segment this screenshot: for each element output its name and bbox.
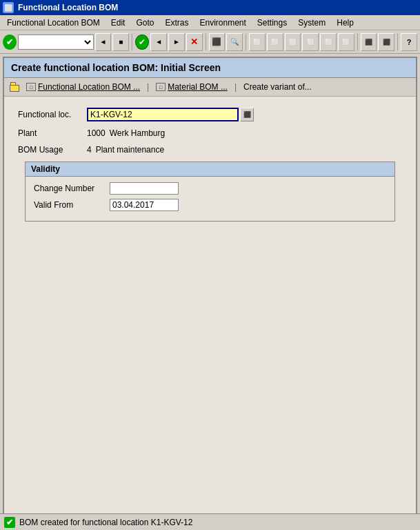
nav-back-button[interactable]: ◄: [95, 33, 112, 51]
toolbar-sep-1: [132, 34, 132, 50]
form-area: Functional loc. ⬛ Plant 1000 Werk Hambur…: [4, 97, 416, 239]
change-number-input[interactable]: [110, 182, 179, 195]
nav-tab-create-variant-label[interactable]: Create variant of...: [243, 82, 312, 92]
menu-environment[interactable]: Environment: [194, 17, 251, 29]
menu-extras[interactable]: Extras: [159, 17, 194, 29]
status-bar: ✔ BOM created for functional location K1…: [0, 513, 420, 530]
plant-row: Plant 1000 Werk Hamburg: [18, 128, 402, 138]
tb-btn-6[interactable]: ⬜: [338, 33, 354, 51]
change-number-label: Change Number: [34, 184, 110, 193]
plant-name: Werk Hamburg: [110, 128, 165, 138]
tb-btn-2[interactable]: ⬜: [267, 33, 283, 51]
tb-btn-7[interactable]: ⬛: [361, 33, 377, 51]
plant-code: 1000: [87, 128, 106, 138]
toolbar: ✔ ◄ ■ ✔ ◄ ► ✕ ⬛ 🔍 ⬜ ⬜ ⬜ ⬜ ⬜ ⬜ ⬛ ⬛ ?: [0, 30, 420, 54]
toolbar-sep-4: [357, 34, 358, 50]
valid-from-row: Valid From: [34, 199, 386, 211]
execute-button[interactable]: ✔: [135, 35, 149, 50]
tb-btn-1[interactable]: ⬜: [249, 33, 266, 51]
menu-bar: Functional Location BOM Edit Goto Extras…: [0, 15, 420, 30]
app-icon: ⬜: [3, 2, 14, 13]
toolbar-sep-2: [206, 34, 206, 50]
functional-loc-row: Functional loc. ⬛: [18, 108, 402, 121]
toolbar-sep-3: [246, 34, 246, 50]
menu-help[interactable]: Help: [331, 17, 359, 29]
find-button[interactable]: 🔍: [226, 33, 243, 51]
menu-system[interactable]: System: [292, 17, 331, 29]
title-bar: ⬜ Functional Location BOM: [0, 0, 420, 15]
validity-section: Validity Change Number Valid From: [25, 161, 395, 222]
tb-btn-5[interactable]: ⬜: [320, 33, 337, 51]
status-check-icon: ✔: [4, 517, 15, 528]
menu-functional-location-bom[interactable]: Functional Location BOM: [1, 17, 106, 29]
functional-loc-input[interactable]: [87, 108, 239, 121]
tb-btn-4[interactable]: ⬜: [302, 33, 319, 51]
cancel-button[interactable]: ✕: [186, 33, 203, 51]
status-message: BOM created for functional location K1-K…: [19, 518, 192, 527]
navigate-prev-button[interactable]: ◄: [150, 33, 167, 51]
bom-usage-label: BOM Usage: [18, 145, 87, 155]
functional-loc-field-btn[interactable]: ⬛: [240, 108, 254, 121]
menu-goto[interactable]: Goto: [130, 17, 159, 29]
bom-usage-row: BOM Usage 4 Plant maintenance: [18, 145, 402, 155]
print-button[interactable]: ⬛: [209, 33, 226, 51]
nav-tabs: □ Functional Location BOM ... | □ Materi…: [4, 78, 416, 97]
bom-usage-name: Plant maintenance: [96, 145, 164, 155]
command-field[interactable]: [18, 35, 94, 50]
folder-nav-icon[interactable]: [10, 82, 21, 92]
nav-tab-create-variant[interactable]: Create variant of...: [241, 81, 314, 93]
bom-usage-code: 4: [87, 145, 92, 155]
toolbar-sep-5: [397, 34, 398, 50]
page-title-bar: Create functional location BOM: Initial …: [4, 58, 416, 78]
save-button[interactable]: ■: [112, 33, 129, 51]
sap-logo-icon: ✔: [3, 35, 17, 50]
help-button[interactable]: ?: [401, 33, 417, 51]
nav-sep-2: |: [234, 82, 237, 92]
validity-content: Change Number Valid From: [26, 177, 394, 221]
nav-tab-material-bom-label[interactable]: Material BOM ...: [168, 82, 228, 92]
nav-tab-functional-location-bom[interactable]: □ Functional Location BOM ...: [23, 81, 143, 93]
menu-edit[interactable]: Edit: [106, 17, 131, 29]
nav-tab-functional-location-label[interactable]: Functional Location BOM ...: [38, 82, 140, 92]
nav-sep-1: |: [147, 82, 149, 92]
navigate-next-button[interactable]: ►: [168, 33, 185, 51]
nav-tab-material-bom[interactable]: □ Material BOM ...: [153, 81, 230, 93]
valid-from-input[interactable]: [110, 199, 179, 211]
tb-btn-8[interactable]: ⬛: [378, 33, 394, 51]
validity-header: Validity: [26, 162, 394, 177]
menu-settings[interactable]: Settings: [252, 17, 292, 29]
change-number-row: Change Number: [34, 182, 386, 195]
plant-label: Plant: [18, 128, 87, 138]
tb-btn-3[interactable]: ⬜: [285, 33, 301, 51]
functional-loc-label: Functional loc.: [18, 110, 87, 119]
main-content-area: Create functional location BOM: Initial …: [3, 57, 417, 518]
valid-from-label: Valid From: [34, 200, 110, 210]
page-title: Create functional location BOM: Initial …: [11, 62, 221, 73]
title-bar-text: Functional Location BOM: [18, 3, 118, 12]
